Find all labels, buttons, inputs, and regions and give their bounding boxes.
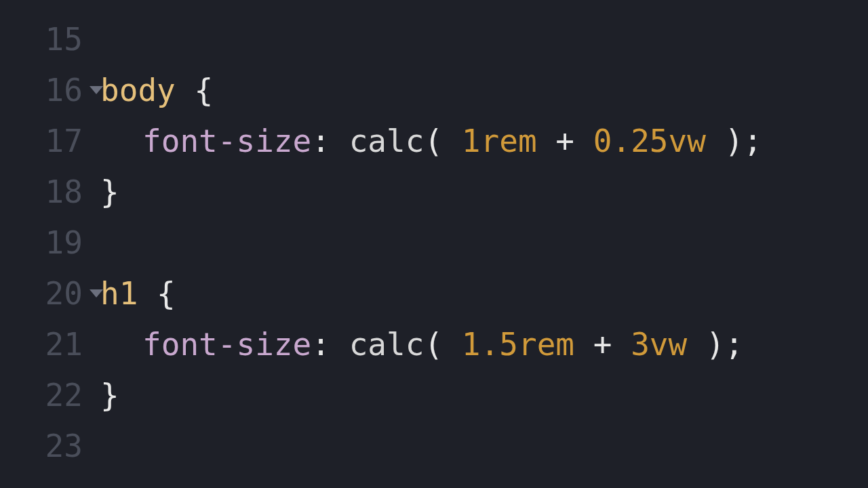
css-property-token: font-size xyxy=(142,326,311,363)
gutter[interactable]: 16 xyxy=(0,72,88,108)
line-number: 19 xyxy=(45,224,83,261)
gutter[interactable]: 20 xyxy=(0,275,88,312)
code-content[interactable]: } xyxy=(88,377,119,413)
code-content[interactable]: font-size: calc( 1rem + 0.25vw ); xyxy=(88,123,762,159)
css-selector-token: h1 xyxy=(100,275,138,312)
code-line[interactable]: 21 font-size: calc( 1.5rem + 3vw ); xyxy=(0,319,868,369)
gutter[interactable]: 15 xyxy=(0,21,88,58)
code-line[interactable]: 19 xyxy=(0,217,868,268)
line-number: 16 xyxy=(45,72,83,108)
css-function-token: calc xyxy=(349,123,425,159)
line-number: 18 xyxy=(45,174,83,210)
code-content[interactable]: } xyxy=(88,174,119,210)
line-number: 21 xyxy=(45,326,83,363)
paren-token: ( xyxy=(424,123,443,159)
code-content[interactable]: body { xyxy=(88,72,213,108)
number-token: 1.5 xyxy=(462,326,518,363)
operator-token: + xyxy=(593,326,612,363)
operator-token: + xyxy=(555,123,574,159)
semicolon-token: ; xyxy=(725,326,744,363)
gutter[interactable]: 21 xyxy=(0,326,88,363)
unit-token: rem xyxy=(518,326,574,363)
unit-token: rem xyxy=(481,123,537,159)
paren-token: ( xyxy=(424,326,443,363)
code-line[interactable]: 20 h1 { xyxy=(0,268,868,319)
semicolon-token: ; xyxy=(743,123,762,159)
css-property-token: font-size xyxy=(142,123,311,159)
colon-token: : xyxy=(311,123,330,159)
code-line[interactable]: 17 font-size: calc( 1rem + 0.25vw ); xyxy=(0,115,868,166)
number-token: 3 xyxy=(631,326,650,363)
brace-token: } xyxy=(100,174,119,210)
css-function-token: calc xyxy=(349,326,425,363)
code-line[interactable]: 23 xyxy=(0,420,868,471)
gutter[interactable]: 18 xyxy=(0,174,88,210)
code-line[interactable]: 16 body { xyxy=(0,64,868,115)
fold-chevron-down-icon[interactable] xyxy=(90,289,103,298)
css-selector-token: body xyxy=(100,72,176,108)
number-token: 0.25 xyxy=(593,123,669,159)
number-token: 1 xyxy=(462,123,481,159)
code-content[interactable]: font-size: calc( 1.5rem + 3vw ); xyxy=(88,326,743,363)
line-number: 17 xyxy=(45,123,83,159)
paren-token: ) xyxy=(706,326,725,363)
code-line[interactable]: 15 xyxy=(0,14,868,64)
unit-token: vw xyxy=(650,326,687,363)
line-number: 23 xyxy=(45,428,83,464)
gutter[interactable]: 17 xyxy=(0,123,88,159)
line-number: 15 xyxy=(45,21,83,58)
brace-token: } xyxy=(100,377,119,413)
brace-token: { xyxy=(194,72,213,108)
code-editor[interactable]: 15 16 body { 17 font-size: calc( 1rem + … xyxy=(0,0,868,471)
brace-token: { xyxy=(157,275,176,312)
line-number: 20 xyxy=(45,275,83,312)
line-number: 22 xyxy=(45,377,83,413)
gutter[interactable]: 23 xyxy=(0,428,88,464)
code-line[interactable]: 18 } xyxy=(0,166,868,217)
fold-chevron-down-icon[interactable] xyxy=(90,86,103,94)
colon-token: : xyxy=(311,326,330,363)
gutter[interactable]: 19 xyxy=(0,224,88,261)
code-line[interactable]: 22 } xyxy=(0,369,868,420)
paren-token: ) xyxy=(725,123,744,159)
unit-token: vw xyxy=(669,123,706,159)
gutter[interactable]: 22 xyxy=(0,377,88,413)
